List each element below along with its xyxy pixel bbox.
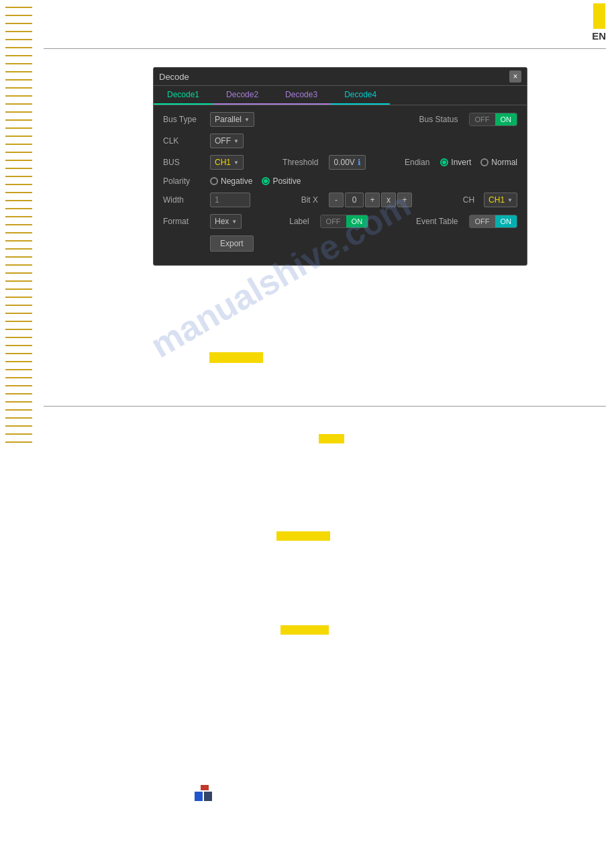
bus-type-row: Bus Type Parallel ▼ Bus Status OFF ON (163, 112, 517, 127)
width-input[interactable]: 1 (210, 193, 250, 207)
sidebar (0, 0, 40, 848)
sidebar-line (5, 385, 32, 386)
normal-radio-circle[interactable] (480, 158, 489, 166)
label-on[interactable]: ON (346, 215, 368, 227)
sidebar-line (5, 337, 32, 338)
label-toggle[interactable]: OFF ON (320, 215, 369, 228)
bus-status-toggle[interactable]: OFF ON (469, 113, 518, 126)
sidebar-line (5, 329, 32, 330)
tab-decode1[interactable]: Decode1 (154, 86, 213, 105)
sidebar-line (5, 71, 32, 72)
bit-x-plus-btn[interactable]: + (365, 193, 380, 207)
bit-x-plus2-btn[interactable]: + (397, 193, 412, 207)
format-dropdown[interactable]: Hex ▼ (210, 214, 242, 229)
bit-x-label: Bit X (301, 195, 318, 205)
bit-x-value: 0 (345, 193, 364, 207)
event-table-toggle[interactable]: OFF ON (469, 215, 518, 228)
sidebar-line (5, 369, 32, 370)
format-value: Hex (215, 217, 229, 226)
tab-decode2[interactable]: Decode2 (213, 86, 272, 105)
tab-decode3[interactable]: Decode3 (272, 86, 331, 105)
info-icon[interactable]: ℹ (358, 158, 361, 167)
sidebar-line (5, 127, 32, 129)
sidebar-line (5, 144, 32, 145)
bus-ch1-dropdown[interactable]: CH1 ▼ (210, 155, 244, 170)
sidebar-line (5, 39, 32, 40)
sidebar-line (5, 248, 32, 250)
dropdown-arrow-icon: ▼ (234, 160, 239, 166)
highlight-bar-4 (280, 625, 329, 635)
sidebar-line (5, 425, 32, 427)
threshold-input[interactable]: 0.00V ℹ (329, 155, 365, 170)
polarity-row: Polarity Negative Positive (163, 176, 517, 186)
bus-status-off[interactable]: OFF (470, 113, 495, 125)
negative-radio-circle[interactable] (210, 177, 218, 185)
bit-x-stepper: - 0 + x + (329, 193, 412, 207)
clk-value: OFF (215, 136, 231, 146)
ch-dropdown[interactable]: CH1 ▼ (484, 193, 517, 207)
label-label: Label (289, 217, 309, 226)
language-selector[interactable]: EN (592, 3, 606, 42)
dropdown-arrow-icon: ▼ (234, 138, 239, 144)
clk-dropdown[interactable]: OFF ▼ (210, 134, 244, 148)
endian-label: Endian (405, 158, 429, 167)
sidebar-line (5, 136, 32, 137)
endian-radio-group: Invert Normal (440, 158, 517, 167)
width-row: Width 1 Bit X - 0 + x + CH CH1 ▼ (163, 193, 517, 207)
bit-x-x-btn[interactable]: x (381, 193, 396, 207)
sidebar-line (5, 256, 32, 258)
invert-radio-circle[interactable] (440, 158, 448, 166)
sidebar-line (5, 7, 32, 8)
highlight-bar-2 (319, 434, 344, 443)
threshold-value: 0.00V (333, 158, 354, 167)
tab-decode4[interactable]: Decode4 (331, 86, 390, 105)
bus-type-dropdown[interactable]: Parallel ▼ (210, 112, 254, 127)
sidebar-line (5, 280, 32, 282)
sidebar-line (5, 184, 32, 185)
sidebar-line (5, 417, 32, 419)
icon-blue-square (195, 792, 203, 801)
endian-normal-radio[interactable]: Normal (480, 158, 517, 167)
clk-label: CLK (163, 136, 203, 146)
sidebar-line (5, 55, 32, 56)
sidebar-line (5, 345, 32, 346)
polarity-radio-group: Negative Positive (210, 176, 301, 186)
sidebar-line (5, 353, 32, 354)
icon-red-part (201, 785, 209, 790)
export-button[interactable]: Export (210, 235, 254, 252)
event-table-on[interactable]: ON (495, 215, 517, 227)
bus-row: BUS CH1 ▼ Threshold 0.00V ℹ Endian Inver… (163, 155, 517, 170)
bus-label: BUS (163, 158, 203, 167)
sidebar-line (5, 272, 32, 274)
polarity-positive-radio[interactable]: Positive (262, 176, 301, 186)
dialog-title: Decode (159, 72, 189, 82)
sidebar-line (5, 119, 32, 121)
export-row: Export (163, 235, 517, 252)
sidebar-line (5, 288, 32, 290)
icon-dark-square (204, 792, 212, 801)
sidebar-line (5, 305, 32, 306)
highlight-bar-1 (209, 352, 263, 363)
sidebar-line (5, 240, 32, 242)
top-divider (44, 48, 606, 49)
endian-invert-radio[interactable]: Invert (440, 158, 471, 167)
bus-status-on[interactable]: ON (495, 113, 517, 125)
sidebar-line (5, 433, 32, 435)
bus-ch1-value: CH1 (215, 158, 231, 167)
bit-x-minus-btn[interactable]: - (329, 193, 344, 207)
sidebar-line (5, 160, 32, 161)
sidebar-line (5, 95, 32, 97)
label-off[interactable]: OFF (321, 215, 346, 227)
close-button[interactable]: × (509, 70, 521, 83)
event-table-off[interactable]: OFF (470, 215, 495, 227)
sidebar-line (5, 401, 32, 403)
mid-divider (44, 406, 606, 407)
sidebar-line (5, 31, 32, 32)
format-row: Format Hex ▼ Label OFF ON Event Table OF… (163, 214, 517, 229)
event-table-label: Event Table (416, 217, 458, 226)
highlight-bar-3 (276, 531, 330, 541)
positive-radio-circle[interactable] (262, 177, 270, 185)
format-label: Format (163, 217, 203, 226)
polarity-negative-radio[interactable]: Negative (210, 176, 252, 186)
sidebar-line (5, 111, 32, 113)
